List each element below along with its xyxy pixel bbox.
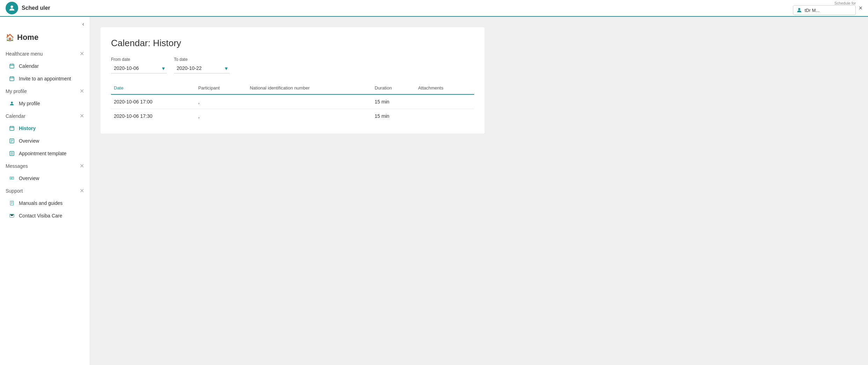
close-button[interactable]: × bbox=[859, 5, 862, 12]
sidebar-item-myprofile[interactable]: My profile bbox=[0, 97, 90, 110]
sidebar-home-label: Home bbox=[17, 33, 38, 42]
table-row: 2020-10-06 17:00 , 15 min bbox=[111, 94, 474, 109]
cell-date: 2020-10-06 17:00 bbox=[111, 94, 196, 109]
avatar bbox=[6, 2, 18, 14]
collapse-icon[interactable]: ‹ bbox=[82, 21, 84, 27]
page-title: Calendar: History bbox=[111, 38, 474, 49]
col-duration: Duration bbox=[372, 82, 415, 94]
cell-participant: , bbox=[196, 109, 247, 123]
section-close-support[interactable]: ✕ bbox=[80, 187, 84, 194]
to-date-select[interactable]: 2020-10-22 bbox=[174, 63, 230, 73]
section-title-myprofile: My profile bbox=[6, 88, 27, 94]
table-header-row: Date Participant National identification… bbox=[111, 82, 474, 94]
cell-national-id bbox=[247, 109, 372, 123]
sidebar: ‹ 🏠 Home Healthcare menu ✕ Calendar Invi… bbox=[0, 17, 90, 365]
section-title-support: Support bbox=[6, 188, 23, 194]
sidebar-item-contact[interactable]: Contact Visiba Care bbox=[0, 209, 90, 222]
section-title-calendar: Calendar bbox=[6, 113, 25, 119]
topbar: Sched uler Schedule for tDr M... × bbox=[0, 0, 868, 17]
section-header-calendar: Calendar ✕ bbox=[0, 110, 90, 122]
sidebar-item-overview[interactable]: Overview bbox=[0, 135, 90, 147]
from-date-select[interactable]: 2020-10-06 bbox=[111, 63, 167, 73]
sidebar-collapse-btn[interactable]: ‹ bbox=[0, 17, 90, 30]
contact-icon bbox=[8, 212, 15, 219]
table-row: 2020-10-06 17:30 , 15 min bbox=[111, 109, 474, 123]
cell-duration: 15 min bbox=[372, 94, 415, 109]
sidebar-item-appointment-template[interactable]: Appointment template bbox=[0, 147, 90, 160]
sidebar-home[interactable]: 🏠 Home bbox=[0, 30, 90, 48]
col-national-id: National identification number bbox=[247, 82, 372, 94]
calendar-icon bbox=[8, 63, 15, 70]
section-header-healthcare: Healthcare menu ✕ bbox=[0, 48, 90, 60]
schedule-for-wrapper: Schedule for tDr M... bbox=[793, 1, 856, 15]
appointment-template-label: Appointment template bbox=[19, 151, 66, 156]
svg-rect-3 bbox=[10, 77, 14, 81]
history-label: History bbox=[19, 126, 36, 131]
sidebar-item-calendar[interactable]: Calendar bbox=[0, 60, 90, 72]
svg-rect-2 bbox=[10, 64, 14, 68]
to-date-label: To date bbox=[174, 57, 230, 62]
sidebar-item-history[interactable]: History bbox=[0, 122, 90, 135]
col-participant: Participant bbox=[196, 82, 247, 94]
svg-point-1 bbox=[798, 8, 800, 10]
messages-icon bbox=[8, 175, 15, 182]
cell-participant: , bbox=[196, 94, 247, 109]
from-date-wrapper[interactable]: 2020-10-06 bbox=[111, 63, 167, 73]
svg-rect-5 bbox=[10, 127, 14, 130]
sidebar-item-messages-overview[interactable]: Overview bbox=[0, 172, 90, 185]
cell-duration: 15 min bbox=[372, 109, 415, 123]
cell-national-id bbox=[247, 94, 372, 109]
schedule-for-value: tDr M... bbox=[804, 8, 819, 13]
schedule-for-container[interactable]: tDr M... bbox=[793, 5, 856, 15]
section-close-healthcare[interactable]: ✕ bbox=[80, 50, 84, 57]
app-title: Sched uler bbox=[22, 5, 50, 11]
main-layout: ‹ 🏠 Home Healthcare menu ✕ Calendar Invi… bbox=[0, 17, 868, 365]
profile-icon bbox=[8, 100, 15, 107]
manuals-icon bbox=[8, 200, 15, 207]
content-area: Calendar: History From date 2020-10-06 T… bbox=[90, 17, 868, 365]
col-attachments: Attachments bbox=[415, 82, 474, 94]
filters-row: From date 2020-10-06 To date 2020-10-22 bbox=[111, 57, 474, 73]
invite-label: Invite to an appointment bbox=[19, 76, 71, 81]
history-card: Calendar: History From date 2020-10-06 T… bbox=[101, 27, 485, 134]
messages-overview-label: Overview bbox=[19, 176, 39, 181]
history-table: Date Participant National identification… bbox=[111, 82, 474, 123]
cell-attachments bbox=[415, 94, 474, 109]
manuals-label: Manuals and guides bbox=[19, 200, 62, 206]
section-close-messages[interactable]: ✕ bbox=[80, 163, 84, 169]
cell-attachments bbox=[415, 109, 474, 123]
person-icon bbox=[796, 7, 802, 13]
topbar-left: Sched uler bbox=[6, 2, 50, 14]
sidebar-item-manuals[interactable]: Manuals and guides bbox=[0, 197, 90, 209]
contact-label: Contact Visiba Care bbox=[19, 213, 62, 219]
to-date-group: To date 2020-10-22 bbox=[174, 57, 230, 73]
overview-label: Overview bbox=[19, 138, 39, 144]
home-icon: 🏠 bbox=[6, 33, 14, 42]
from-date-group: From date 2020-10-06 bbox=[111, 57, 167, 73]
topbar-right: Schedule for tDr M... × bbox=[793, 1, 862, 15]
section-close-myprofile[interactable]: ✕ bbox=[80, 88, 84, 94]
svg-point-0 bbox=[10, 6, 13, 8]
to-date-wrapper[interactable]: 2020-10-22 bbox=[174, 63, 230, 73]
section-header-messages: Messages ✕ bbox=[0, 160, 90, 172]
section-header-myprofile: My profile ✕ bbox=[0, 85, 90, 97]
myprofile-label: My profile bbox=[19, 101, 40, 106]
history-icon bbox=[8, 125, 15, 132]
invite-icon bbox=[8, 75, 15, 82]
sidebar-item-invite[interactable]: Invite to an appointment bbox=[0, 72, 90, 85]
from-date-label: From date bbox=[111, 57, 167, 62]
section-close-calendar[interactable]: ✕ bbox=[80, 113, 84, 119]
cell-date: 2020-10-06 17:30 bbox=[111, 109, 196, 123]
svg-point-4 bbox=[11, 102, 13, 103]
template-icon bbox=[8, 150, 15, 157]
section-title-healthcare: Healthcare menu bbox=[6, 51, 43, 57]
section-header-support: Support ✕ bbox=[0, 185, 90, 197]
calendar-label: Calendar bbox=[19, 63, 39, 69]
col-date: Date bbox=[111, 82, 196, 94]
schedule-for-label: Schedule for bbox=[834, 1, 856, 5]
section-title-messages: Messages bbox=[6, 163, 28, 169]
overview-icon bbox=[8, 137, 15, 144]
